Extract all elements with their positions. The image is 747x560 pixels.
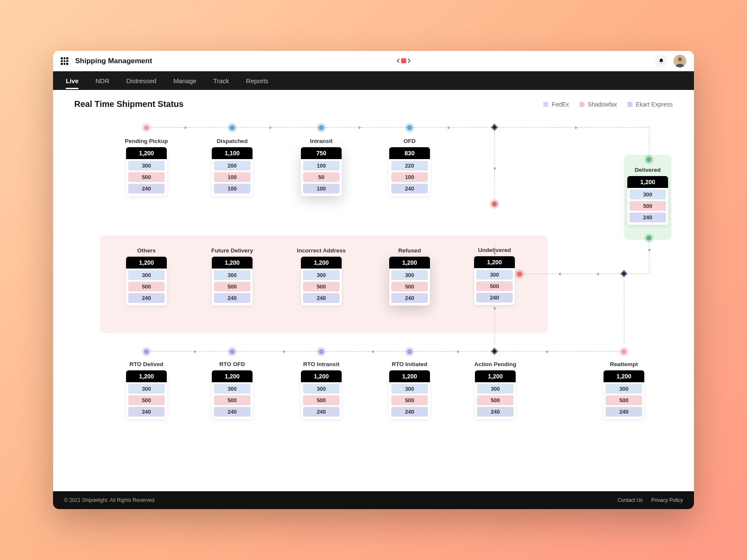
card-action-pending[interactable]: Action Pending1,200300500240 (475, 370, 516, 419)
card-ofd[interactable]: OFD830220100240 (389, 147, 430, 196)
arrow-icon (448, 126, 450, 129)
card-rto-intransit[interactable]: RTO Intransit1,200300500240 (301, 370, 342, 419)
card-rto-ofd[interactable]: RTO OFD1,200300500240 (212, 370, 253, 419)
node-rto-intransit (319, 349, 324, 354)
card-undelivered[interactable]: Undelivered1,200300500240 (474, 256, 515, 305)
card-chip: 240 (128, 293, 165, 303)
card-incorrect-address[interactable]: Incorrect Address1,200300500240 (301, 257, 342, 305)
card-label: Action Pending (475, 361, 517, 367)
node-intransit (319, 125, 324, 130)
arrow-icon (648, 248, 651, 251)
apps-grid-icon[interactable] (61, 57, 68, 65)
flow-board: Pending Pickup1,200300500240 Dispatched1… (74, 117, 673, 448)
card-chip: 100 (391, 172, 428, 182)
card-total: 1,200 (301, 370, 342, 382)
card-chip: 500 (128, 395, 165, 405)
nav-manage[interactable]: Manage (173, 73, 196, 89)
card-total: 1,200 (212, 257, 253, 269)
card-chip: 300 (128, 161, 165, 171)
card-chip: 100 (214, 184, 250, 193)
arrow-icon (493, 308, 497, 310)
arrow-icon (270, 126, 272, 129)
arrow-icon (359, 126, 361, 129)
card-chip: 100 (303, 184, 340, 193)
card-chip: 500 (128, 282, 165, 291)
legend-fedex-label: FedEx (552, 101, 569, 108)
node-pending-pickup (144, 125, 149, 130)
card-chip: 240 (477, 407, 514, 417)
card-total: 1,100 (212, 147, 253, 159)
footer-contact-link[interactable]: Contact Us (618, 497, 643, 503)
card-label: Undelivered (478, 247, 511, 253)
card-chip: 100 (303, 161, 340, 171)
flow-line (149, 351, 624, 352)
card-future-delivery[interactable]: Future Delivery1,200300500240 (212, 257, 253, 305)
arrow-icon (575, 126, 578, 129)
card-label: RTO Delived (129, 361, 163, 367)
notifications-button[interactable] (655, 55, 668, 67)
card-label: RTO Initiated (392, 361, 427, 367)
card-chip: 240 (128, 407, 165, 417)
legend-ekart-swatch (627, 102, 632, 107)
arrow-icon (493, 168, 497, 170)
card-chip: 240 (629, 213, 666, 222)
card-chip: 300 (128, 384, 165, 394)
card-pending-pickup[interactable]: Pending Pickup1,200300500240 (126, 147, 167, 196)
card-total: 750 (301, 147, 342, 159)
nav-live[interactable]: Live (66, 73, 79, 89)
svg-point-2 (678, 57, 682, 62)
card-label: Dispatched (217, 138, 248, 144)
node-undelivered-in (492, 202, 497, 207)
card-chip: 240 (214, 407, 250, 417)
legend-shadowfax-swatch (579, 102, 584, 107)
app-window: Shipping Management Live NDR Distressed … (53, 51, 694, 509)
card-refused[interactable]: Refused1,200300500240 (389, 257, 430, 305)
nav-track[interactable]: Track (213, 73, 229, 89)
card-reattempt[interactable]: Reattempt1,200300500240 (604, 370, 644, 419)
node-reattempt (621, 349, 626, 354)
card-label: Others (137, 247, 156, 254)
card-chip: 300 (303, 270, 340, 280)
card-total: 1,200 (389, 370, 430, 382)
card-rto-delived[interactable]: RTO Delived1,200300500240 (126, 370, 167, 419)
topbar: Shipping Management (53, 51, 694, 71)
node-dispatched (230, 125, 235, 130)
card-chip: 220 (391, 161, 428, 171)
node-delivered-in (646, 157, 652, 162)
card-label: Refused (398, 247, 421, 254)
app-title: Shipping Management (75, 57, 152, 65)
card-chip: 500 (303, 395, 340, 405)
card-chip: 240 (606, 407, 642, 417)
card-others[interactable]: Others1,200300500240 (126, 257, 167, 305)
card-chip: 500 (629, 201, 666, 211)
card-label: Delivered (635, 167, 661, 173)
nav-distressed[interactable]: Distressed (126, 73, 157, 89)
user-avatar[interactable] (674, 55, 686, 67)
card-total: 1,200 (212, 370, 253, 382)
card-chip: 240 (214, 293, 250, 303)
card-chip: 300 (391, 384, 428, 394)
card-total: 1,200 (627, 176, 668, 188)
node-delivered-out (646, 235, 652, 241)
card-delivered[interactable]: Delivered1,200300500240 (627, 176, 668, 225)
nav-ndr[interactable]: NDR (95, 73, 110, 89)
card-label: RTO Intransit (303, 361, 339, 367)
card-dispatched[interactable]: Dispatched1,100200100100 (212, 147, 253, 196)
card-chip: 50 (303, 172, 340, 182)
card-chip: 500 (128, 172, 165, 182)
footer-privacy-link[interactable]: Privacy Policy (651, 497, 683, 503)
card-chip: 500 (606, 395, 642, 405)
footer: © 2021 Shipdelight. All Rights Reserved … (53, 491, 694, 509)
decision-node (491, 348, 497, 354)
flow-line (624, 274, 624, 344)
legend: FedEx Shadowfax Ekart Express (543, 101, 673, 108)
card-rto-initiated[interactable]: RTO Initiated1,200300500240 (389, 370, 430, 419)
arrow-icon (371, 350, 374, 353)
card-chip: 300 (303, 384, 340, 394)
card-intransit[interactable]: Intransit75010050100 (301, 147, 342, 196)
flow-line (627, 274, 648, 274)
card-label: Intransit (310, 138, 332, 144)
nav-reports[interactable]: Reports (246, 73, 269, 89)
card-chip: 240 (391, 407, 428, 417)
card-total: 1,200 (389, 257, 430, 269)
